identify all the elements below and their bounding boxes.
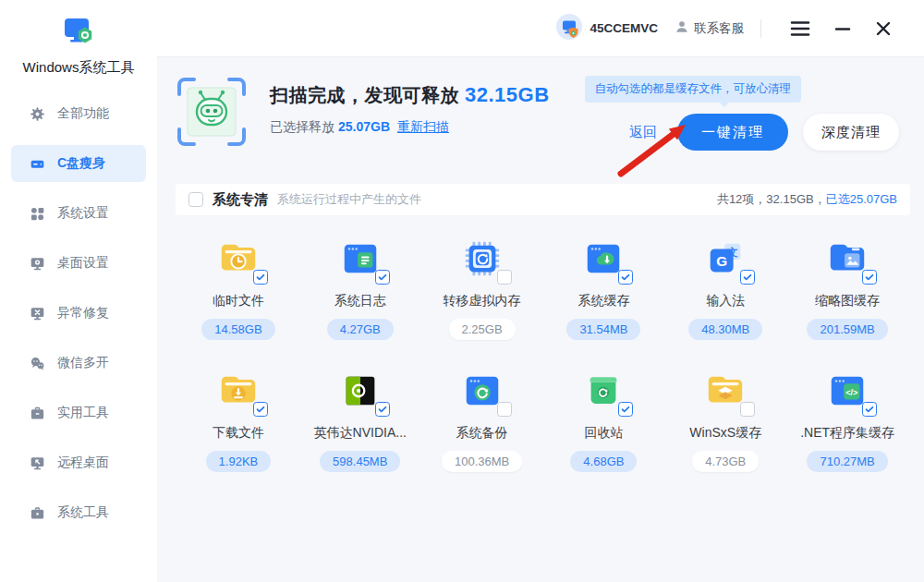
section-checkbox[interactable]: [188, 192, 203, 207]
item-label: 缩略图缓存: [815, 293, 880, 309]
sidebar: Windows系统工具 全部功能C盘瘦身系统设置桌面设置异常修复微信多开实用工具…: [0, 0, 157, 582]
scan-title-text: 扫描完成，发现可释放: [270, 85, 459, 105]
content: 扫描完成，发现可释放32.15GB 已选择释放25.07GB重新扫描 自动勾选的…: [157, 57, 924, 582]
app-logo-icon: [60, 39, 97, 55]
account-chip[interactable]: 45CCEMVC: [555, 13, 658, 44]
item-checkbox[interactable]: [375, 402, 390, 417]
cleaner-item-virtual-memory[interactable]: 转移虚拟内存2.25GB: [421, 237, 543, 340]
minimize-button[interactable]: [822, 17, 863, 41]
window-log-icon: [339, 237, 382, 280]
one-click-clean-button[interactable]: 一键清理: [677, 114, 788, 151]
deep-clean-button[interactable]: 深度清理: [803, 114, 899, 151]
sidebar-item-system-tools[interactable]: 系统工具: [11, 494, 146, 531]
folder-clock-icon: [217, 237, 260, 280]
action-area: 自动勾选的都是缓存文件，可放心清理 返回 一键清理 深度清理: [585, 76, 911, 151]
sidebar-item-label: 远程桌面: [57, 455, 109, 471]
selected-size: 25.07GB: [338, 119, 390, 134]
item-label: WinSxS缓存: [689, 425, 761, 442]
cleaner-item-system-backup[interactable]: 系统备份100.36MB: [421, 370, 543, 472]
item-checkbox[interactable]: [862, 270, 877, 285]
cleaner-item-dotnet-cache[interactable]: </>.NET程序集缓存710.27MB: [786, 370, 908, 472]
cleaner-item-thumbnail-cache[interactable]: 缩略图缓存201.59MB: [786, 237, 908, 340]
sidebar-item-desktop-settings[interactable]: 桌面设置: [11, 245, 146, 282]
section-stats: 共12项，32.15GB，已选25.07GB: [717, 191, 897, 208]
account-name: 45CCEMVC: [590, 21, 658, 35]
contact-support-button[interactable]: 联系客服: [675, 19, 744, 37]
sidebar-item-utilities[interactable]: 实用工具: [11, 394, 146, 431]
item-size-badge: 710.27MB: [807, 451, 887, 472]
cleaner-items-grid: 临时文件14.58GB系统日志4.27GB转移虚拟内存2.25GB系统缓存31.…: [176, 215, 910, 472]
window-code-icon: </>: [826, 370, 869, 412]
cleaner-item-system-cache[interactable]: 系统缓存31.54MB: [542, 237, 664, 340]
close-button[interactable]: [863, 17, 904, 41]
folder-thumb-icon: [826, 237, 869, 280]
item-checkbox[interactable]: [740, 402, 755, 417]
svg-text:</>: </>: [845, 388, 857, 397]
item-checkbox[interactable]: [375, 270, 390, 285]
cleaner-item-system-logs[interactable]: 系统日志4.27GB: [299, 237, 421, 340]
item-label: 系统日志: [334, 293, 386, 309]
cleaner-item-winsxs-cache[interactable]: WinSxS缓存4.73GB: [664, 370, 786, 472]
item-checkbox[interactable]: [497, 270, 512, 285]
item-size-badge: 31.54MB: [566, 319, 640, 340]
wechat-icon: [30, 356, 45, 371]
section-stats-total: 共12项，32.15GB，: [717, 192, 826, 206]
grid-icon: [30, 206, 45, 222]
item-checkbox[interactable]: [618, 402, 633, 417]
section-stats-selected: 已选25.07GB: [826, 192, 897, 206]
cleaner-item-nvidia-cache[interactable]: 英伟达NVIDIA...598.45MB: [299, 370, 421, 472]
folder-layers-icon: [704, 370, 747, 412]
sidebar-item-all-features[interactable]: 全部功能: [11, 95, 146, 132]
monitor-gear-icon: [30, 256, 45, 272]
item-label: .NET程序集缓存: [800, 425, 894, 442]
app-title: Windows系统工具: [0, 59, 157, 77]
sidebar-item-system-settings[interactable]: 系统设置: [11, 195, 146, 232]
sidebar-item-label: 系统设置: [57, 205, 109, 222]
menu-button[interactable]: [778, 17, 822, 41]
input-method-icon: 文G: [704, 237, 747, 280]
sidebar-item-error-repair[interactable]: 异常修复: [11, 295, 146, 332]
item-checkbox[interactable]: [740, 270, 755, 285]
cleaner-item-recycle-bin[interactable]: 回收站4.68GB: [542, 370, 664, 472]
window-cache-icon: [582, 237, 625, 280]
toolbox-icon: [30, 406, 45, 421]
contact-support-label: 联系客服: [694, 20, 744, 37]
back-link[interactable]: 返回: [629, 124, 657, 141]
item-checkbox[interactable]: [253, 270, 268, 285]
cleaner-item-download-files[interactable]: 下载文件1.92KB: [177, 370, 299, 472]
section-title: 系统专清: [213, 191, 268, 209]
item-size-badge: 1.92KB: [206, 451, 272, 472]
sidebar-item-label: C盘瘦身: [57, 155, 105, 172]
scan-result-title: 扫描完成，发现可释放32.15GB: [270, 83, 550, 108]
item-size-badge: 4.73GB: [692, 451, 759, 472]
item-checkbox[interactable]: [497, 402, 512, 417]
item-checkbox[interactable]: [618, 270, 633, 285]
sidebar-item-label: 全部功能: [57, 105, 109, 122]
section-desc: 系统运行过程中产生的文件: [277, 191, 421, 208]
item-label: 下载文件: [213, 425, 264, 442]
sidebar-item-wechat-multi[interactable]: 微信多开: [11, 345, 146, 382]
item-size-badge: 598.45MB: [320, 451, 400, 472]
gear-icon: [30, 106, 45, 122]
rescan-link[interactable]: 重新扫描: [397, 119, 449, 134]
sidebar-item-label: 桌面设置: [57, 255, 109, 272]
sidebar-item-c-drive-slim[interactable]: C盘瘦身: [11, 145, 146, 182]
cleaner-item-input-method[interactable]: 文G输入法48.30MB: [664, 237, 786, 340]
scan-result-subtitle: 已选择释放25.07GB重新扫描: [270, 119, 550, 136]
item-checkbox[interactable]: [862, 402, 877, 417]
item-checkbox[interactable]: [253, 402, 268, 417]
freeable-size: 32.15GB: [465, 83, 550, 106]
cleaner-item-temp-files[interactable]: 临时文件14.58GB: [177, 237, 299, 340]
scan-text: 扫描完成，发现可释放32.15GB 已选择释放25.07GB重新扫描: [270, 76, 550, 136]
action-buttons: 返回 一键清理 深度清理: [629, 114, 899, 151]
svg-text:G: G: [716, 253, 727, 269]
tooltip-bubble: 自动勾选的都是缓存文件，可放心清理: [585, 76, 802, 103]
section-header: 系统专清 系统运行过程中产生的文件 共12项，32.15GB，已选25.07GB: [176, 184, 910, 215]
sidebar-item-remote-desktop[interactable]: 远程桌面: [11, 444, 146, 481]
sidebar-item-label: 实用工具: [57, 405, 109, 421]
window-backup-icon: [461, 370, 504, 412]
item-label: 英伟达NVIDIA...: [314, 425, 407, 442]
recycle-bin-icon: [582, 370, 625, 412]
briefcase-icon: [30, 505, 45, 521]
titlebar-divider: [760, 19, 761, 38]
